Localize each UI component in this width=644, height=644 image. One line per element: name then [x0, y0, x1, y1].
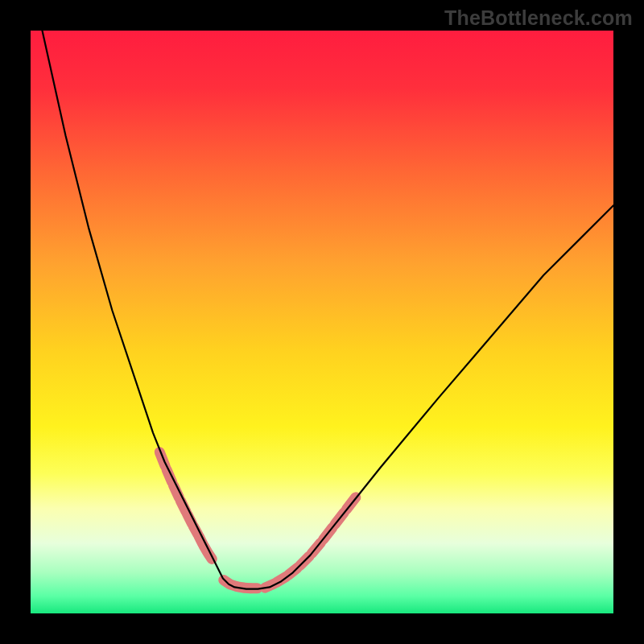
watermark-text: TheBottleneck.com — [444, 6, 633, 30]
gradient-background — [31, 31, 613, 613]
chart-svg — [31, 31, 613, 613]
plot-area — [31, 31, 613, 613]
chart-frame: TheBottleneck.com — [0, 0, 644, 644]
